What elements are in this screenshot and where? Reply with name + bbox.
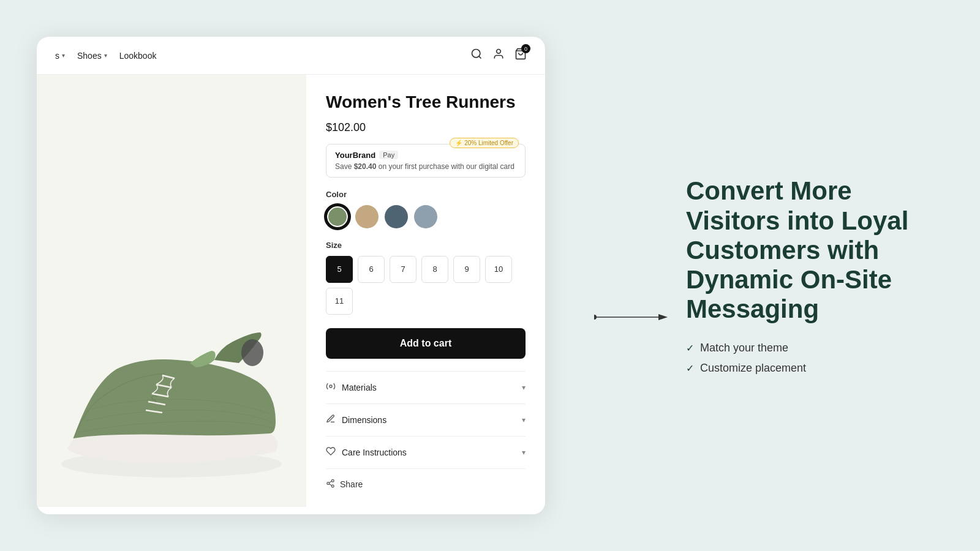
payment-brand: YourBrand — [335, 151, 375, 160]
nav-label-lookbook: Lookbook — [119, 51, 157, 61]
page-wrapper: s ▾ Shoes ▾ Lookbook — [0, 0, 980, 551]
account-button[interactable] — [492, 48, 505, 63]
payment-pill: Pay — [379, 151, 398, 159]
accordion-dimensions-left: Dimensions — [326, 414, 386, 426]
right-section: Convert More Visitors into Loyal Custome… — [594, 164, 943, 386]
nav-label-bags: s — [55, 51, 59, 61]
size-btn-8[interactable]: 8 — [421, 256, 448, 283]
feature-label-2: Customize placement — [700, 362, 806, 375]
nav-icons: 0 — [470, 48, 527, 63]
arrow-svg — [594, 311, 668, 323]
cart-badge: 0 — [521, 44, 530, 53]
payment-desc: Save $20.40 on your first purchase with … — [335, 162, 516, 171]
svg-point-15 — [331, 485, 334, 487]
product-title: Women's Tree Runners — [326, 92, 526, 113]
dimensions-icon — [326, 414, 336, 426]
feature-item-2: ✓ Customize placement — [686, 362, 943, 375]
accordion-materials-left: Materials — [326, 381, 377, 394]
svg-line-16 — [329, 484, 331, 485]
product-section: S Women's Tree Runners $102.00 — [37, 75, 545, 507]
share-icon — [326, 479, 335, 490]
product-details: Women's Tree Runners $102.00 ⚡ 20% Limit… — [306, 75, 545, 507]
navbar: s ▾ Shoes ▾ Lookbook — [37, 37, 545, 75]
feature-label-1: Match your theme — [700, 342, 788, 354]
care-icon — [326, 446, 336, 459]
nav-item-bags[interactable]: s ▾ — [55, 51, 65, 61]
size-options: 5 6 7 8 9 10 11 — [326, 256, 526, 315]
color-swatch-green[interactable] — [326, 205, 349, 228]
product-image: S — [43, 250, 300, 507]
size-btn-11[interactable]: 11 — [326, 288, 353, 315]
accordion-materials-chevron: ▾ — [522, 383, 526, 392]
accordion-materials[interactable]: Materials ▾ — [326, 371, 526, 403]
arrow-connector — [594, 164, 668, 323]
feature-list: ✓ Match your theme ✓ Customize placement — [686, 342, 943, 375]
size-btn-9[interactable]: 9 — [453, 256, 480, 283]
accordion-materials-label: Materials — [342, 383, 377, 392]
svg-point-0 — [472, 50, 480, 58]
payment-row: YourBrand Pay — [335, 151, 516, 160]
nav-item-shoes[interactable]: Shoes ▾ — [77, 51, 107, 61]
color-swatch-slate[interactable] — [385, 205, 408, 228]
svg-point-2 — [497, 50, 501, 54]
nav-chevron-bags: ▾ — [62, 52, 65, 59]
search-icon — [470, 48, 483, 60]
account-icon — [492, 48, 505, 60]
cart-button[interactable]: 0 — [514, 48, 527, 63]
svg-point-20 — [594, 315, 597, 320]
payment-amount: $20.40 — [354, 162, 377, 171]
accordion-dimensions-chevron: ▾ — [522, 416, 526, 424]
add-to-cart-button[interactable]: Add to cart — [326, 328, 526, 359]
color-swatch-light-blue[interactable] — [414, 205, 437, 228]
store-card: s ▾ Shoes ▾ Lookbook — [37, 37, 545, 514]
accordion-dimensions-label: Dimensions — [342, 415, 386, 425]
search-button[interactable] — [470, 48, 483, 63]
product-image-area: S — [37, 75, 306, 507]
size-btn-7[interactable]: 7 — [390, 256, 417, 283]
payment-banner: ⚡ 20% Limited Offer YourBrand Pay Save $… — [326, 144, 526, 178]
color-label: Color — [326, 190, 526, 199]
promo-panel: Convert More Visitors into Loyal Custome… — [686, 164, 943, 386]
nav-chevron-shoes: ▾ — [104, 52, 107, 59]
color-swatch-tan[interactable] — [355, 205, 379, 228]
svg-point-5 — [241, 339, 263, 366]
accordion-care[interactable]: Care Instructions ▾ — [326, 436, 526, 468]
share-row[interactable]: Share — [326, 468, 526, 490]
nav-label-shoes: Shoes — [77, 51, 102, 61]
accordion-care-left: Care Instructions — [326, 446, 407, 459]
share-label: Share — [340, 479, 363, 489]
materials-icon — [326, 381, 336, 394]
svg-point-14 — [327, 482, 330, 484]
feature-item-1: ✓ Match your theme — [686, 342, 943, 354]
product-price: $102.00 — [326, 121, 526, 134]
check-icon-1: ✓ — [686, 342, 694, 354]
check-icon-2: ✓ — [686, 362, 694, 374]
promo-headline: Convert More Visitors into Loyal Custome… — [686, 176, 943, 324]
size-label: Size — [326, 241, 526, 250]
svg-point-13 — [331, 479, 334, 482]
limited-offer-badge: ⚡ 20% Limited Offer — [450, 138, 519, 148]
color-options — [326, 205, 526, 228]
svg-line-1 — [479, 56, 481, 59]
size-btn-5[interactable]: 5 — [326, 256, 353, 283]
nav-item-lookbook[interactable]: Lookbook — [119, 51, 157, 61]
payment-desc-suffix: on your first purchase with our digital … — [376, 162, 514, 171]
svg-point-12 — [330, 385, 332, 388]
accordion-care-label: Care Instructions — [342, 448, 407, 457]
size-btn-10[interactable]: 10 — [485, 256, 512, 283]
accordion-dimensions[interactable]: Dimensions ▾ — [326, 403, 526, 436]
accordion-care-chevron: ▾ — [522, 448, 526, 457]
svg-marker-19 — [658, 314, 668, 320]
svg-line-17 — [329, 481, 331, 482]
size-btn-6[interactable]: 6 — [358, 256, 385, 283]
